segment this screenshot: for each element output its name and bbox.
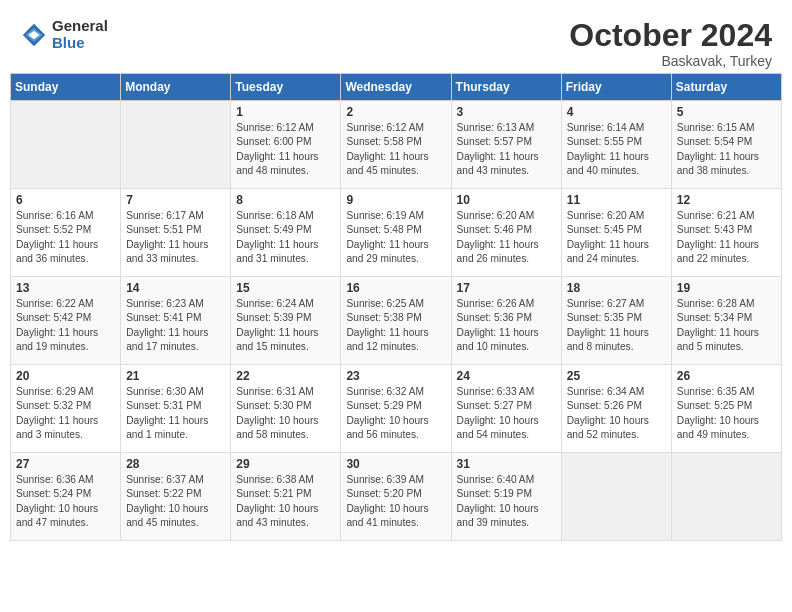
calendar-cell: 10Sunrise: 6:20 AM Sunset: 5:46 PM Dayli… xyxy=(451,189,561,277)
calendar-cell: 14Sunrise: 6:23 AM Sunset: 5:41 PM Dayli… xyxy=(121,277,231,365)
calendar-cell xyxy=(671,453,781,541)
week-row-5: 27Sunrise: 6:36 AM Sunset: 5:24 PM Dayli… xyxy=(11,453,782,541)
calendar-cell: 23Sunrise: 6:32 AM Sunset: 5:29 PM Dayli… xyxy=(341,365,451,453)
day-info: Sunrise: 6:29 AM Sunset: 5:32 PM Dayligh… xyxy=(16,386,98,440)
week-row-2: 6Sunrise: 6:16 AM Sunset: 5:52 PM Daylig… xyxy=(11,189,782,277)
day-info: Sunrise: 6:40 AM Sunset: 5:19 PM Dayligh… xyxy=(457,474,539,528)
day-number: 6 xyxy=(16,193,115,207)
day-info: Sunrise: 6:21 AM Sunset: 5:43 PM Dayligh… xyxy=(677,210,759,264)
weekday-header-saturday: Saturday xyxy=(671,74,781,101)
day-number: 5 xyxy=(677,105,776,119)
calendar-cell: 7Sunrise: 6:17 AM Sunset: 5:51 PM Daylig… xyxy=(121,189,231,277)
day-number: 22 xyxy=(236,369,335,383)
location-subtitle: Baskavak, Turkey xyxy=(569,53,772,69)
day-number: 14 xyxy=(126,281,225,295)
calendar-cell xyxy=(561,453,671,541)
calendar-cell: 4Sunrise: 6:14 AM Sunset: 5:55 PM Daylig… xyxy=(561,101,671,189)
calendar-cell xyxy=(11,101,121,189)
calendar-cell: 2Sunrise: 6:12 AM Sunset: 5:58 PM Daylig… xyxy=(341,101,451,189)
day-number: 25 xyxy=(567,369,666,383)
day-number: 28 xyxy=(126,457,225,471)
logo-text: General Blue xyxy=(52,18,108,51)
day-info: Sunrise: 6:22 AM Sunset: 5:42 PM Dayligh… xyxy=(16,298,98,352)
day-info: Sunrise: 6:39 AM Sunset: 5:20 PM Dayligh… xyxy=(346,474,428,528)
calendar-cell: 26Sunrise: 6:35 AM Sunset: 5:25 PM Dayli… xyxy=(671,365,781,453)
day-info: Sunrise: 6:15 AM Sunset: 5:54 PM Dayligh… xyxy=(677,122,759,176)
calendar-cell: 19Sunrise: 6:28 AM Sunset: 5:34 PM Dayli… xyxy=(671,277,781,365)
day-number: 20 xyxy=(16,369,115,383)
calendar-cell: 31Sunrise: 6:40 AM Sunset: 5:19 PM Dayli… xyxy=(451,453,561,541)
logo-blue-text: Blue xyxy=(52,35,108,52)
day-info: Sunrise: 6:35 AM Sunset: 5:25 PM Dayligh… xyxy=(677,386,759,440)
calendar-cell: 28Sunrise: 6:37 AM Sunset: 5:22 PM Dayli… xyxy=(121,453,231,541)
weekday-header-thursday: Thursday xyxy=(451,74,561,101)
weekday-header-friday: Friday xyxy=(561,74,671,101)
calendar-cell: 9Sunrise: 6:19 AM Sunset: 5:48 PM Daylig… xyxy=(341,189,451,277)
day-info: Sunrise: 6:18 AM Sunset: 5:49 PM Dayligh… xyxy=(236,210,318,264)
day-number: 15 xyxy=(236,281,335,295)
title-block: October 2024 Baskavak, Turkey xyxy=(569,18,772,69)
weekday-header-sunday: Sunday xyxy=(11,74,121,101)
day-number: 9 xyxy=(346,193,445,207)
calendar-cell: 25Sunrise: 6:34 AM Sunset: 5:26 PM Dayli… xyxy=(561,365,671,453)
day-info: Sunrise: 6:20 AM Sunset: 5:46 PM Dayligh… xyxy=(457,210,539,264)
day-number: 8 xyxy=(236,193,335,207)
day-number: 26 xyxy=(677,369,776,383)
day-number: 29 xyxy=(236,457,335,471)
day-info: Sunrise: 6:33 AM Sunset: 5:27 PM Dayligh… xyxy=(457,386,539,440)
calendar-cell: 21Sunrise: 6:30 AM Sunset: 5:31 PM Dayli… xyxy=(121,365,231,453)
day-info: Sunrise: 6:30 AM Sunset: 5:31 PM Dayligh… xyxy=(126,386,208,440)
calendar-cell: 15Sunrise: 6:24 AM Sunset: 5:39 PM Dayli… xyxy=(231,277,341,365)
day-info: Sunrise: 6:31 AM Sunset: 5:30 PM Dayligh… xyxy=(236,386,318,440)
weekday-header-row: SundayMondayTuesdayWednesdayThursdayFrid… xyxy=(11,74,782,101)
day-info: Sunrise: 6:37 AM Sunset: 5:22 PM Dayligh… xyxy=(126,474,208,528)
calendar-cell: 20Sunrise: 6:29 AM Sunset: 5:32 PM Dayli… xyxy=(11,365,121,453)
day-number: 27 xyxy=(16,457,115,471)
calendar-cell: 17Sunrise: 6:26 AM Sunset: 5:36 PM Dayli… xyxy=(451,277,561,365)
calendar-cell xyxy=(121,101,231,189)
weekday-header-wednesday: Wednesday xyxy=(341,74,451,101)
day-number: 30 xyxy=(346,457,445,471)
day-number: 1 xyxy=(236,105,335,119)
day-number: 3 xyxy=(457,105,556,119)
logo-general-text: General xyxy=(52,18,108,35)
day-info: Sunrise: 6:13 AM Sunset: 5:57 PM Dayligh… xyxy=(457,122,539,176)
page-header: General Blue October 2024 Baskavak, Turk… xyxy=(10,10,782,73)
weekday-header-tuesday: Tuesday xyxy=(231,74,341,101)
day-info: Sunrise: 6:36 AM Sunset: 5:24 PM Dayligh… xyxy=(16,474,98,528)
day-info: Sunrise: 6:25 AM Sunset: 5:38 PM Dayligh… xyxy=(346,298,428,352)
day-number: 11 xyxy=(567,193,666,207)
calendar-cell: 13Sunrise: 6:22 AM Sunset: 5:42 PM Dayli… xyxy=(11,277,121,365)
calendar-cell: 22Sunrise: 6:31 AM Sunset: 5:30 PM Dayli… xyxy=(231,365,341,453)
month-title: October 2024 xyxy=(569,18,772,53)
calendar-cell: 16Sunrise: 6:25 AM Sunset: 5:38 PM Dayli… xyxy=(341,277,451,365)
day-info: Sunrise: 6:17 AM Sunset: 5:51 PM Dayligh… xyxy=(126,210,208,264)
day-info: Sunrise: 6:27 AM Sunset: 5:35 PM Dayligh… xyxy=(567,298,649,352)
week-row-4: 20Sunrise: 6:29 AM Sunset: 5:32 PM Dayli… xyxy=(11,365,782,453)
day-info: Sunrise: 6:16 AM Sunset: 5:52 PM Dayligh… xyxy=(16,210,98,264)
weekday-header-monday: Monday xyxy=(121,74,231,101)
calendar-cell: 24Sunrise: 6:33 AM Sunset: 5:27 PM Dayli… xyxy=(451,365,561,453)
day-number: 21 xyxy=(126,369,225,383)
day-number: 24 xyxy=(457,369,556,383)
logo-icon xyxy=(20,21,48,49)
day-number: 16 xyxy=(346,281,445,295)
calendar-cell: 6Sunrise: 6:16 AM Sunset: 5:52 PM Daylig… xyxy=(11,189,121,277)
calendar-table: SundayMondayTuesdayWednesdayThursdayFrid… xyxy=(10,73,782,541)
day-info: Sunrise: 6:24 AM Sunset: 5:39 PM Dayligh… xyxy=(236,298,318,352)
day-number: 18 xyxy=(567,281,666,295)
day-info: Sunrise: 6:19 AM Sunset: 5:48 PM Dayligh… xyxy=(346,210,428,264)
day-info: Sunrise: 6:34 AM Sunset: 5:26 PM Dayligh… xyxy=(567,386,649,440)
day-info: Sunrise: 6:14 AM Sunset: 5:55 PM Dayligh… xyxy=(567,122,649,176)
day-number: 17 xyxy=(457,281,556,295)
day-info: Sunrise: 6:20 AM Sunset: 5:45 PM Dayligh… xyxy=(567,210,649,264)
calendar-cell: 5Sunrise: 6:15 AM Sunset: 5:54 PM Daylig… xyxy=(671,101,781,189)
logo: General Blue xyxy=(20,18,108,51)
day-info: Sunrise: 6:38 AM Sunset: 5:21 PM Dayligh… xyxy=(236,474,318,528)
day-number: 12 xyxy=(677,193,776,207)
day-number: 7 xyxy=(126,193,225,207)
week-row-3: 13Sunrise: 6:22 AM Sunset: 5:42 PM Dayli… xyxy=(11,277,782,365)
day-info: Sunrise: 6:26 AM Sunset: 5:36 PM Dayligh… xyxy=(457,298,539,352)
calendar-cell: 18Sunrise: 6:27 AM Sunset: 5:35 PM Dayli… xyxy=(561,277,671,365)
calendar-cell: 11Sunrise: 6:20 AM Sunset: 5:45 PM Dayli… xyxy=(561,189,671,277)
